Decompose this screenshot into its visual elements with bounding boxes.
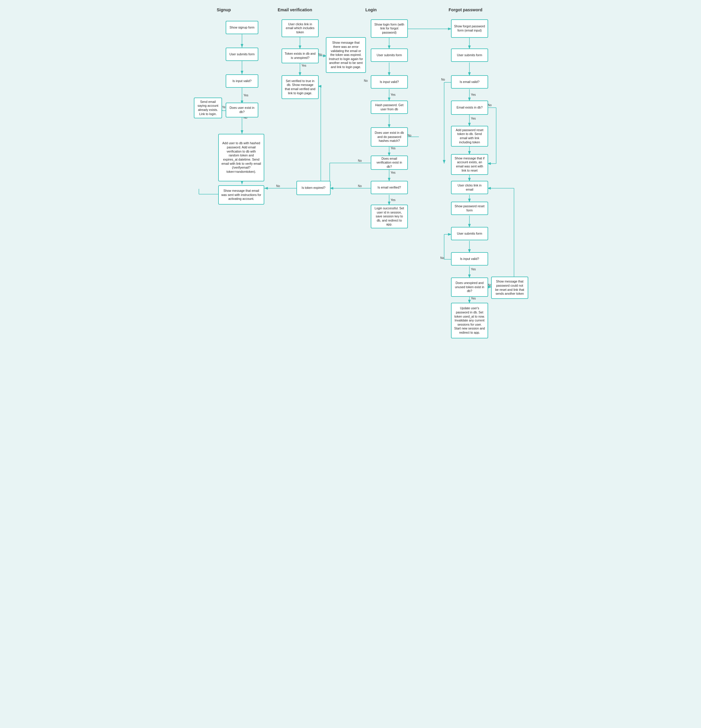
node-fp-show-reset-form: Show password reset form xyxy=(451,202,488,215)
node-fp-is-input-valid: Is input valid? xyxy=(451,252,488,266)
label-fp4-no: No xyxy=(488,104,492,107)
node-l-email-verification-exist: Does email verification exist in db? xyxy=(371,156,408,170)
label-ev2-yes: Yes xyxy=(301,64,306,67)
label-fp4-yes: Yes xyxy=(471,117,476,120)
node-ev-set-verified: Set verified to true in db. Show message… xyxy=(281,75,319,99)
section-email-verification: Email verification xyxy=(278,7,312,12)
label-l5-no: No xyxy=(408,134,411,137)
section-signup: Signup xyxy=(217,7,231,12)
node-fp-show-message-sent: Show message that if account exists, an … xyxy=(451,154,488,175)
label-fp10-no: No xyxy=(440,256,444,260)
node-fp-email-exists: Email exists in db? xyxy=(451,101,488,115)
node-l-user-submits-form: User submits form xyxy=(371,49,408,62)
section-login: Login xyxy=(365,7,376,12)
node-l-login-successful: Login successful. Set user id in session… xyxy=(371,205,408,228)
node-fp-user-clicks-link: User clicks link in email xyxy=(451,181,488,194)
node-fp-is-email-valid: Is email valid? xyxy=(451,75,488,89)
section-forgot-password: Forgot password xyxy=(449,7,483,12)
label-l6-no: No xyxy=(358,159,362,162)
node-s-show-message: Show message that email was sent with in… xyxy=(218,185,264,205)
node-fp-show-forgot-form: Show forgot password form (email input) xyxy=(451,19,488,38)
node-s-send-email-exists: Send email saying account already exists… xyxy=(194,98,222,118)
node-ev-token-exists: Token exists in db and is unexpired? xyxy=(281,49,319,64)
node-l-does-user-exist: Does user exist in db and do password ha… xyxy=(371,127,408,147)
node-s-does-user-exist: Does user exist in db? xyxy=(226,103,258,117)
label-l3-yes: Yes xyxy=(391,93,395,96)
node-l-is-input-valid: Is input valid? xyxy=(371,75,408,89)
label-l7-no: No xyxy=(358,184,362,188)
node-l-hash-password: Hash password. Get user from db xyxy=(371,101,408,114)
node-fp-add-reset-token: Add password reset token to db. Send ema… xyxy=(451,126,488,147)
node-fp-token-exist: Does unexpired and unused token exist in… xyxy=(451,277,488,297)
node-fp-update-password: Update user's password in db. Set token … xyxy=(451,303,488,338)
label-s3-yes: Yes xyxy=(244,94,248,97)
label-ev2-no: No→ xyxy=(319,53,325,56)
label-fp11-yes: Yes xyxy=(471,297,476,300)
node-s-add-user: Add user to db with hashed password. Add… xyxy=(218,134,264,181)
node-fp-user-submits-form: User submits form xyxy=(451,49,488,62)
label-l3-no: No xyxy=(364,79,368,82)
node-fp-user-submits-form2: User submits form xyxy=(451,227,488,240)
node-l-is-email-verified: Is email verified? xyxy=(371,181,408,194)
label-l6-yes: Yes xyxy=(391,171,395,174)
flowchart-container: Signup Email verification Login Forgot p… xyxy=(193,6,508,357)
node-ev-user-clicks-link: User clicks link in email which includes… xyxy=(281,19,319,37)
node-s-is-input-valid: Is input valid? xyxy=(226,74,258,88)
node-ev-is-token-expired: Is token expired? xyxy=(296,181,330,195)
label-fp3-yes: Yes xyxy=(471,93,476,96)
node-ev-error-message: Show message that there was an error val… xyxy=(326,37,366,73)
label-ev5-no: No xyxy=(276,184,280,188)
node-s-user-submits-form: User submits form xyxy=(226,48,258,61)
node-show-signup-form: Show signup form xyxy=(226,21,258,34)
node-l-show-login-form: Show login form (with link for forgot pa… xyxy=(371,19,408,38)
label-l7-yes: Yes xyxy=(391,198,395,202)
label-fp3-no: No xyxy=(441,78,445,81)
label-l5-yes: Yes xyxy=(391,147,395,150)
node-fp-cannot-reset: Show message that password could not be … xyxy=(491,277,528,299)
label-fp10-yes: Yes xyxy=(471,268,476,271)
